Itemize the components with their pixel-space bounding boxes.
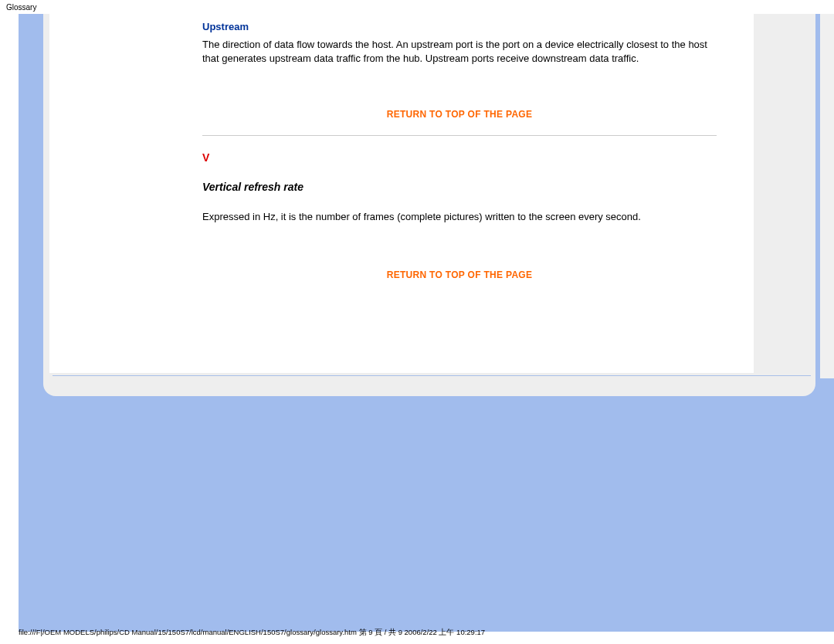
content-box: Upstream The direction of data flow towa… (49, 14, 754, 373)
main-panel: Upstream The direction of data flow towa… (43, 14, 815, 396)
return-top-link-2[interactable]: RETURN TO TOP OF THE PAGE (202, 269, 717, 280)
vertical-refresh-description: Expressed in Hz, it is the number of fra… (202, 210, 717, 224)
footer-path: file:///F|/OEM MODELS/philips/CD Manual/… (19, 628, 485, 638)
upstream-term-link[interactable]: Upstream (202, 21, 249, 32)
scrollbar-track[interactable] (820, 14, 834, 378)
section-letter-v: V (202, 151, 717, 164)
bottom-divider (53, 375, 811, 376)
content-inner: Upstream The direction of data flow towa… (202, 19, 717, 296)
divider (202, 135, 717, 136)
header-label: Glossary (0, 0, 834, 15)
upstream-description: The direction of data flow towards the h… (202, 38, 717, 66)
return-top-link-1[interactable]: RETURN TO TOP OF THE PAGE (202, 109, 717, 120)
vertical-refresh-heading: Vertical refresh rate (202, 181, 717, 193)
